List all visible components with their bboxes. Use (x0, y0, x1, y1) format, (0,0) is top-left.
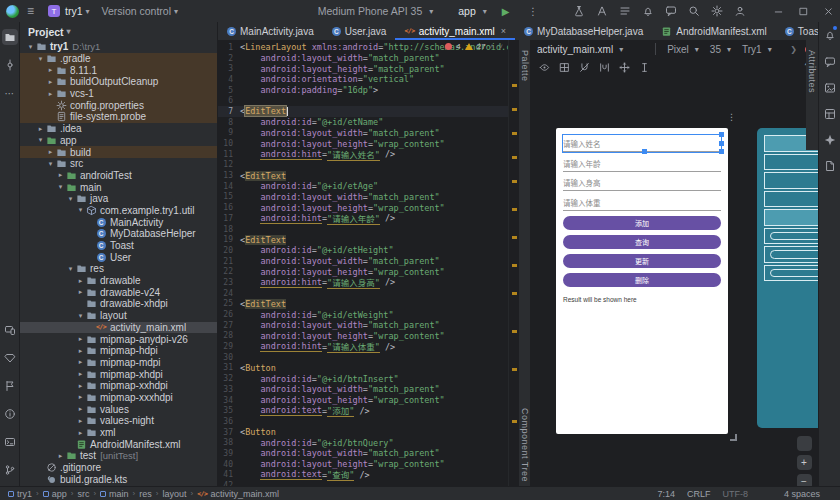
chevron-down-icon[interactable]: ▾ (66, 265, 75, 273)
preview-button-1[interactable]: 添加 (563, 216, 721, 230)
pan-icon[interactable] (619, 62, 630, 73)
tab-mainactivity-java[interactable]: CMainActivity.java (218, 22, 323, 40)
problems-icon-button[interactable] (2, 406, 18, 422)
breadcrumb-item[interactable]: </>activity_main.xml (197, 489, 279, 499)
caret-position[interactable]: 7:14 (657, 489, 675, 499)
api-level-selector[interactable]: 35 ▾ (707, 44, 731, 55)
tab-androidmanifest-xml[interactable]: AndroidManifest.xml (652, 22, 776, 40)
preview-button-4[interactable]: 删除 (563, 273, 721, 287)
tree-item-8-11-1[interactable]: ▸8.11.1 (20, 64, 217, 76)
maximize-icon[interactable] (798, 6, 809, 17)
tree-item-test[interactable]: ▸test[unitTest] (20, 450, 217, 462)
tree-item-drawable-v24[interactable]: ▸drawable-v24 (20, 286, 217, 298)
tree-item--gradle[interactable]: ▾.gradle (20, 53, 217, 65)
tree-item-try1[interactable]: ▾try1D:\try1 (20, 41, 217, 53)
breadcrumb-item[interactable]: src (77, 489, 89, 499)
warning-stripe-mark[interactable] (512, 132, 517, 135)
blueprint-view[interactable] (757, 128, 818, 428)
rename-icon[interactable] (596, 5, 608, 17)
breadcrumb-item[interactable]: main (100, 489, 129, 499)
chevron-down-icon[interactable]: ▾ (26, 43, 35, 51)
tree-item--idea[interactable]: ▸.idea (20, 123, 217, 135)
tree-item-build-gradle-kts[interactable]: build.gradle.kts (20, 473, 217, 485)
chevron-right-icon[interactable]: ▸ (56, 452, 65, 460)
warning-stripe-mark[interactable] (512, 208, 517, 211)
tree-item--gitignore[interactable]: .gitignore (20, 462, 217, 474)
todo-icon[interactable] (619, 5, 631, 17)
chevron-right-icon[interactable]: ▸ (76, 370, 85, 378)
version-control-icon-button[interactable] (2, 462, 18, 478)
chevron-down-icon[interactable]: ▾ (76, 312, 85, 320)
blueprint-widget[interactable] (764, 172, 818, 189)
tree-item-layout[interactable]: ▾layout (20, 310, 217, 322)
theme-selector[interactable]: Try1 ▾ (739, 44, 772, 55)
preview-edittext-2[interactable]: 请输入年龄 (563, 155, 721, 172)
more-actions-icon[interactable]: ⋮ (528, 5, 539, 17)
assistant-icon-button[interactable] (822, 132, 838, 148)
tree-item-toast[interactable]: CToast (20, 240, 217, 252)
layout-inspector-icon-button[interactable] (822, 106, 838, 122)
tree-item-androidtest[interactable]: ▸androidTest (20, 170, 217, 182)
wrap-icon[interactable] (599, 62, 610, 73)
warning-stripe-mark[interactable] (512, 156, 517, 159)
file-encoding[interactable]: UTF-8 (722, 489, 748, 499)
search-icon[interactable] (688, 5, 700, 17)
chevron-right-icon[interactable]: ▸ (36, 125, 45, 133)
code-editor[interactable]: 1<LinearLayout xmlns:android="http://sch… (218, 40, 508, 486)
tree-item-androidmanifest-xml[interactable]: AndroidManifest.xml (20, 438, 217, 450)
blueprint-widget[interactable] (764, 228, 818, 245)
tree-item-activity-main-xml[interactable]: </>activity_main.xml (20, 322, 217, 334)
preview-button-2[interactable]: 查询 (563, 235, 721, 249)
warning-stripe-mark[interactable] (512, 264, 517, 267)
tree-item-user[interactable]: CUser (20, 251, 217, 263)
selection-handle[interactable] (642, 149, 647, 154)
preview-edittext-1[interactable]: 请输入姓名 (563, 135, 721, 152)
main-menu-icon[interactable]: ≡ (27, 4, 34, 18)
chevron-down-icon[interactable]: ▾ (76, 206, 85, 214)
run-config-selector[interactable]: app ▾ (448, 1, 493, 21)
breadcrumb[interactable]: try1›app›src›main›res›layout›</>activity… (8, 489, 279, 499)
chevron-right-icon[interactable]: ▸ (76, 393, 85, 401)
project-icon-button[interactable] (2, 29, 18, 45)
prev-issue-icon[interactable]: ˄ (490, 42, 495, 51)
zoom-out-button[interactable]: − (797, 474, 812, 486)
cursor-icon[interactable] (639, 62, 650, 73)
selection-handle[interactable] (719, 149, 724, 154)
tree-item-drawable-xhdpi[interactable]: drawable-xhdpi (20, 298, 217, 310)
blueprint-widget[interactable] (764, 265, 818, 282)
magnet-off-icon[interactable] (579, 62, 590, 73)
terminal-icon-button[interactable] (2, 434, 18, 450)
tree-item-mainactivity[interactable]: CMainActivity (20, 216, 217, 228)
preview-menu-icon[interactable]: ⋮ (727, 112, 736, 122)
selection-handle[interactable] (719, 141, 724, 146)
warning-stripe-mark[interactable] (512, 180, 517, 183)
breadcrumb-item[interactable]: layout (162, 489, 186, 499)
chevron-right-icon[interactable]: ▸ (76, 288, 85, 296)
chevron-down-icon[interactable]: ▾ (56, 183, 65, 191)
commit-icon-button[interactable] (2, 57, 18, 73)
notifications-icon[interactable] (642, 5, 654, 17)
preview-edittext-4[interactable]: 请输入体重 (563, 194, 721, 211)
blueprint-widget[interactable] (764, 209, 818, 226)
warning-stripe-mark[interactable] (512, 420, 517, 423)
profile-icon[interactable] (734, 5, 746, 17)
project-selector[interactable]: T try1 ▾ (42, 1, 96, 21)
tree-item-mydatabasehelper[interactable]: CMyDatabaseHelper (20, 228, 217, 240)
chevron-right-icon[interactable]: ▸ (56, 171, 65, 179)
preview-button-3[interactable]: 更新 (563, 254, 721, 268)
feedback-icon[interactable] (665, 5, 677, 17)
app-insights-icon-button[interactable] (2, 350, 18, 366)
tab-user-java[interactable]: CUser.java (323, 22, 396, 40)
tree-item-config-properties[interactable]: config.properties (20, 99, 217, 111)
chevron-down-icon[interactable]: ▾ (36, 55, 45, 63)
breadcrumb-item[interactable]: app (43, 489, 67, 499)
blueprint-widget[interactable] (764, 246, 818, 263)
tree-item-build[interactable]: ▸build (20, 146, 217, 158)
chevron-right-icon[interactable]: ▸ (46, 148, 55, 156)
design-file-selector[interactable]: activity_main.xml ▾ (537, 44, 623, 55)
design-surface[interactable]: ⋮ 请输入姓名请输入年龄请输入身高请输入体重 添加查询更新删除 Result w… (531, 76, 818, 486)
inspection-widget[interactable]: 4 27 ˄ ˅ (445, 42, 503, 51)
warning-stripe-mark[interactable] (512, 236, 517, 239)
project-panel-header[interactable]: Project ▾ (20, 22, 217, 41)
tree-item-vcs-1[interactable]: ▸vcs-1 (20, 88, 217, 100)
